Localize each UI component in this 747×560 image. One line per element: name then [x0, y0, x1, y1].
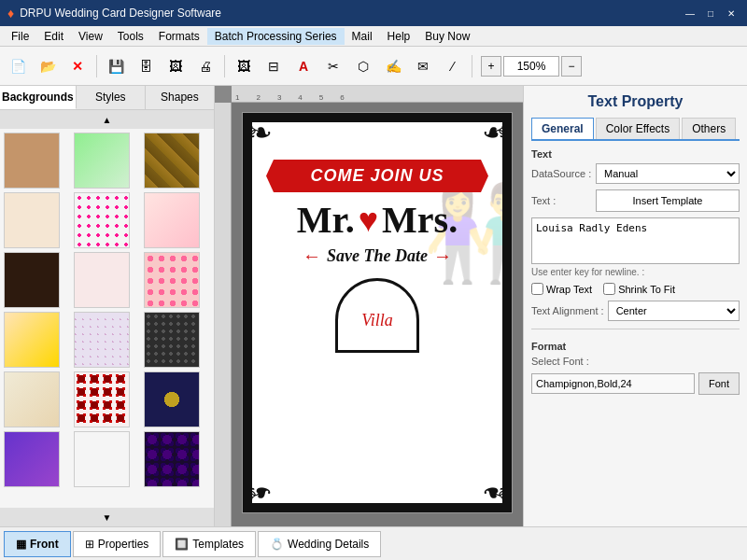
- card-mrs: Mrs.: [382, 198, 458, 242]
- ruler-tick-2: 2: [256, 93, 260, 102]
- card-mr: Mr.: [297, 198, 355, 242]
- tab-wedding-details[interactable]: 💍 Wedding Details: [258, 531, 381, 557]
- wrap-text-input[interactable]: [531, 283, 543, 295]
- menu-mail[interactable]: Mail: [345, 28, 380, 45]
- menu-batch[interactable]: Batch Processing Series: [207, 28, 345, 45]
- app-title: DRPU Wedding Card Designer Software: [20, 7, 221, 20]
- canvas-inner: ❧ ❧ ❧ ❧ 👫 COME JOIN US Mr. ♥ Mrs.: [232, 103, 523, 526]
- bg-thumb-16[interactable]: [4, 431, 60, 487]
- zoom-out-button[interactable]: −: [561, 56, 582, 77]
- scroll-down-button[interactable]: ▼: [0, 508, 214, 526]
- shrink-to-checkbox[interactable]: Shrink To Fit: [603, 283, 675, 295]
- menu-edit[interactable]: Edit: [36, 28, 71, 45]
- arrow-left-icon: ←: [303, 245, 321, 267]
- tab-backgrounds[interactable]: Backgrounds: [0, 86, 77, 109]
- bg-thumb-12[interactable]: [144, 312, 200, 368]
- datasource-select[interactable]: Manual: [596, 163, 740, 184]
- bg-thumb-2[interactable]: [74, 133, 130, 189]
- bg-thumb-6[interactable]: [144, 192, 200, 248]
- menu-file[interactable]: File: [4, 28, 36, 45]
- card-venue: Villa: [243, 278, 512, 353]
- toolbar-line[interactable]: ∕: [439, 52, 467, 80]
- toolbar-img[interactable]: 🖼: [230, 52, 258, 80]
- text-content-area[interactable]: [531, 217, 740, 264]
- bg-thumb-13[interactable]: [4, 371, 60, 427]
- backgrounds-scroll[interactable]: [0, 129, 214, 508]
- bg-thumb-4[interactable]: [4, 192, 60, 248]
- toolbar-print[interactable]: 🖨: [191, 52, 219, 80]
- wrap-text-checkbox[interactable]: Wrap Text: [531, 283, 592, 295]
- tab-shapes[interactable]: Shapes: [146, 86, 214, 109]
- insert-template-button[interactable]: Insert Template: [596, 189, 740, 212]
- toolbar-shapes[interactable]: ⬡: [349, 52, 377, 80]
- main-area: Backgrounds Styles Shapes ▲: [0, 86, 747, 526]
- bg-thumb-11[interactable]: [74, 312, 130, 368]
- bg-thumb-14[interactable]: [74, 371, 130, 427]
- card-banner: COME JOIN US: [266, 160, 488, 192]
- bg-thumb-9[interactable]: [144, 252, 200, 308]
- tab-front-label: Front: [30, 538, 59, 551]
- close-button[interactable]: ✕: [723, 5, 740, 21]
- canvas-area[interactable]: 1 2 3 4 5 6 ❧ ❧ ❧ ❧ 👫 CO: [215, 86, 523, 526]
- bg-thumb-3[interactable]: [144, 133, 200, 189]
- card-heart: ♥: [359, 201, 378, 240]
- shrink-to-label: Shrink To Fit: [618, 284, 675, 295]
- toolbar-save[interactable]: 💾: [102, 52, 130, 80]
- bg-thumb-10[interactable]: [4, 312, 60, 368]
- tab-wedding-details-label: Wedding Details: [288, 538, 369, 551]
- select-font-label: Select Font :: [531, 356, 592, 367]
- toolbar-text[interactable]: A: [289, 52, 317, 80]
- alignment-select[interactable]: Center Left Right: [608, 301, 740, 321]
- scroll-up-button[interactable]: ▲: [0, 110, 214, 129]
- alignment-label: Text Alignment :: [531, 305, 604, 316]
- menu-view[interactable]: View: [71, 28, 110, 45]
- panel-title: Text Property: [531, 93, 740, 110]
- toolbar-save2[interactable]: 🗄: [132, 52, 160, 80]
- zoom-in-button[interactable]: +: [481, 56, 501, 77]
- properties-icon: ⊞: [85, 538, 94, 551]
- menu-buynow[interactable]: Buy Now: [417, 28, 477, 45]
- menu-formats[interactable]: Formats: [151, 28, 207, 45]
- front-icon: ▦: [16, 538, 26, 551]
- text-label: Text :: [531, 195, 592, 206]
- ruler-tick-4: 4: [298, 93, 302, 102]
- ruler-tick-5: 5: [319, 93, 323, 102]
- bg-thumb-7[interactable]: [4, 252, 60, 308]
- minimize-button[interactable]: —: [682, 5, 698, 21]
- prop-tab-general[interactable]: General: [531, 118, 594, 139]
- bg-thumb-15[interactable]: [144, 371, 200, 427]
- venue-arch: Villa: [335, 278, 419, 353]
- bg-thumb-8[interactable]: [74, 252, 130, 308]
- toolbar-open[interactable]: 📂: [34, 52, 62, 80]
- separator-3: [472, 55, 472, 77]
- zoom-input[interactable]: [503, 56, 559, 77]
- toolbar-barcode[interactable]: ⊟: [260, 52, 288, 80]
- templates-icon: 🔲: [175, 538, 189, 551]
- toolbar-new[interactable]: 📄: [4, 52, 32, 80]
- tab-templates[interactable]: 🔲 Templates: [162, 531, 256, 557]
- shrink-to-input[interactable]: [603, 283, 615, 295]
- checkbox-row: Wrap Text Shrink To Fit: [531, 283, 740, 295]
- tab-styles[interactable]: Styles: [77, 86, 146, 109]
- bg-thumb-1[interactable]: [4, 133, 60, 189]
- bg-thumb-17[interactable]: [74, 431, 130, 487]
- format-section: Format Select Font : Font: [531, 329, 740, 395]
- maximize-button[interactable]: □: [702, 5, 719, 21]
- toolbar-signature[interactable]: ✍: [379, 52, 407, 80]
- font-button[interactable]: Font: [698, 372, 740, 395]
- ruler-tick-1: 1: [235, 93, 239, 102]
- bg-thumb-18[interactable]: [144, 431, 200, 487]
- bg-thumb-5[interactable]: [74, 192, 130, 248]
- menu-tools[interactable]: Tools: [110, 28, 151, 45]
- tab-properties[interactable]: ⊞ Properties: [73, 531, 162, 557]
- prop-tab-color[interactable]: Color Effects: [596, 118, 680, 139]
- prop-tab-others[interactable]: Others: [682, 118, 736, 139]
- ruler-left: [215, 103, 232, 526]
- toolbar-clipart[interactable]: ✂: [319, 52, 347, 80]
- toolbar-close-doc[interactable]: ✕: [63, 52, 92, 80]
- card-canvas[interactable]: ❧ ❧ ❧ ❧ 👫 COME JOIN US Mr. ♥ Mrs.: [242, 112, 513, 513]
- tab-front[interactable]: ▦ Front: [4, 531, 71, 557]
- menu-help[interactable]: Help: [380, 28, 418, 45]
- toolbar-email[interactable]: ✉: [409, 52, 437, 80]
- toolbar-print-preview[interactable]: 🖼: [162, 52, 190, 80]
